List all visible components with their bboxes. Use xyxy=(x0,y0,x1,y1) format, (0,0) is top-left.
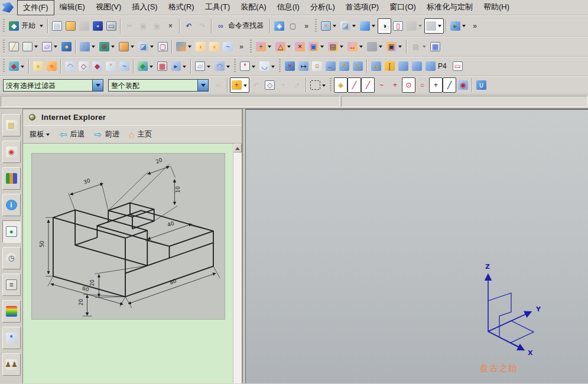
selection-filter-arrow-icon[interactable] xyxy=(92,80,103,91)
pattern-face[interactable]: ▤ xyxy=(326,39,346,54)
bounded-plane[interactable]: ▱ xyxy=(193,58,213,74)
sculpt-surface[interactable]: ~ xyxy=(118,58,131,74)
assembly-pad-2[interactable]: ↖ xyxy=(351,58,365,74)
through-curve-mesh[interactable]: ◆ xyxy=(7,58,27,74)
extrude[interactable]: ↑ xyxy=(78,39,98,54)
chevron-down-icon[interactable] xyxy=(243,84,247,89)
menu-standardize[interactable]: 标准化与定制 xyxy=(421,0,478,15)
clamp[interactable]: [ xyxy=(383,58,397,74)
fix-plane[interactable]: ▭ xyxy=(451,58,464,74)
chevron-down-icon[interactable] xyxy=(340,45,343,50)
chevron-down-icon[interactable] xyxy=(34,45,38,50)
snap-point-on-line[interactable]: ╱ xyxy=(443,77,456,93)
start-menu[interactable]: ◆开始 xyxy=(7,18,46,34)
customize-tools-tab[interactable]: * xyxy=(2,327,21,349)
cascade-windows[interactable]: ▢ xyxy=(286,18,300,34)
chevron-down-icon[interactable] xyxy=(418,25,422,29)
edge-blend[interactable]: ◗ xyxy=(194,39,207,54)
constraint-navigator-tab[interactable]: ◉ xyxy=(2,141,21,163)
menu-edit[interactable]: 编辑(E) xyxy=(54,0,90,15)
fit-view[interactable]: × xyxy=(319,18,339,34)
point-set[interactable]: ● xyxy=(31,58,45,74)
snap-on-curve[interactable]: ~ xyxy=(375,77,388,93)
scroll-up-icon[interactable] xyxy=(233,144,242,152)
home-button[interactable]: ⌂ 主页 xyxy=(127,128,154,141)
roles-palette-tab[interactable]: ♟♟ xyxy=(2,353,21,376)
chevron-down-icon[interactable] xyxy=(322,84,326,89)
assembly-pad-5[interactable] xyxy=(410,58,424,74)
snap-enable[interactable]: ◈ xyxy=(334,77,347,93)
chevron-down-icon[interactable] xyxy=(438,25,441,29)
pan-rotate-view[interactable]: ◈ xyxy=(272,18,286,34)
menu-file[interactable]: 文件(F) xyxy=(17,0,54,15)
prism-tool[interactable]: ◇ xyxy=(263,77,277,93)
offset-surface[interactable]: ◆ xyxy=(90,58,104,74)
spline-points[interactable]: * xyxy=(238,58,258,74)
selection-scope-arrow-icon[interactable] xyxy=(197,80,208,91)
background-style[interactable] xyxy=(424,18,444,34)
assembly-pad-1[interactable]: ↗ xyxy=(337,58,351,74)
chevron-down-icon[interactable] xyxy=(150,45,154,50)
orient-view[interactable]: ◪ xyxy=(339,18,358,34)
chevron-down-icon[interactable] xyxy=(271,66,275,70)
toolbar-grip[interactable] xyxy=(249,40,252,54)
chevron-down-icon[interactable] xyxy=(320,45,324,50)
offset-region[interactable]: △ xyxy=(274,39,293,54)
back-button[interactable]: ⇦ 后退 xyxy=(58,128,87,141)
toolbar-grip[interactable] xyxy=(2,59,5,73)
part-family-table[interactable]: ▦ xyxy=(428,39,442,54)
menu-tools[interactable]: 工具(T) xyxy=(200,0,236,15)
snap-quadrant[interactable]: ○ xyxy=(415,77,429,93)
toolbar-grip[interactable] xyxy=(314,19,317,33)
assembly-pad-3[interactable]: ▴ xyxy=(369,58,383,74)
chevron-down-icon[interactable] xyxy=(379,45,382,50)
menu-help[interactable]: 帮助(H) xyxy=(478,0,515,15)
point-constructor[interactable]: + xyxy=(230,77,249,93)
assembly-cut[interactable]: ← xyxy=(324,58,337,74)
part-library-tab[interactable] xyxy=(2,167,21,190)
template-page[interactable]: 506080403020102020 xyxy=(23,144,233,383)
chevron-down-icon[interactable] xyxy=(226,66,230,70)
chevron-down-icon[interactable] xyxy=(372,25,375,29)
menu-preferences[interactable]: 首选项(P) xyxy=(340,0,384,15)
graphics-viewport[interactable]: ZYX 盘古之始 xyxy=(246,109,588,383)
resize-face[interactable]: ↔ xyxy=(346,39,365,54)
swept-flange[interactable]: ~ xyxy=(221,39,235,54)
move-face[interactable]: + xyxy=(254,39,274,54)
swoop-surface[interactable]: ◠ xyxy=(63,58,77,74)
selection-scope-dropdown[interactable]: 整个装配 xyxy=(108,79,209,92)
chevron-down-icon[interactable] xyxy=(21,66,24,70)
wireframe-display[interactable]: ▯ xyxy=(391,18,405,34)
snap-midpoint[interactable]: ╱ xyxy=(361,77,375,93)
sew[interactable]: ▢ xyxy=(156,39,170,54)
shaded-display[interactable]: ◑ xyxy=(378,18,391,34)
menu-analysis[interactable]: 分析(L) xyxy=(305,0,340,15)
snap-endpoint[interactable]: ╱ xyxy=(347,77,361,93)
chevron-down-icon[interactable] xyxy=(268,45,271,50)
chamfer[interactable]: ◖ xyxy=(207,39,221,54)
chevron-down-icon[interactable] xyxy=(352,25,356,29)
copy-face[interactable]: ▣ xyxy=(307,39,326,54)
toolbar-grip[interactable] xyxy=(329,78,332,92)
snap-arc-center[interactable]: ⊙ xyxy=(402,77,415,93)
menu-window[interactable]: 窗口(O) xyxy=(384,0,421,15)
assembly-pad-4[interactable] xyxy=(397,58,410,74)
plane-flag[interactable]: ▸ xyxy=(169,58,189,74)
chevron-down-icon[interactable] xyxy=(150,66,153,70)
internet-browser-tab[interactable]: i xyxy=(2,194,21,216)
toolbar-overflow-1[interactable]: » xyxy=(300,18,313,34)
chevron-down-icon[interactable] xyxy=(423,45,426,50)
styled-sweep[interactable]: ▦ xyxy=(155,58,169,74)
chevron-down-icon[interactable] xyxy=(131,45,134,50)
sketch[interactable]: ╱ xyxy=(7,39,21,54)
datum-csys[interactable]: ▱ xyxy=(40,39,60,54)
chevron-down-icon[interactable] xyxy=(183,66,186,70)
command-finder[interactable]: ∞命令查找器 xyxy=(214,18,268,34)
selection-filter-dropdown[interactable]: 没有选择过滤器 xyxy=(3,79,103,92)
menu-insert[interactable]: 插入(S) xyxy=(126,0,163,15)
visualization-palette-tab[interactable] xyxy=(2,300,21,323)
palette-dialog-tab[interactable]: ≡ xyxy=(2,274,21,296)
open-file[interactable] xyxy=(64,18,77,34)
snap-intersection[interactable]: + xyxy=(388,77,402,93)
chevron-down-icon[interactable] xyxy=(188,45,191,50)
